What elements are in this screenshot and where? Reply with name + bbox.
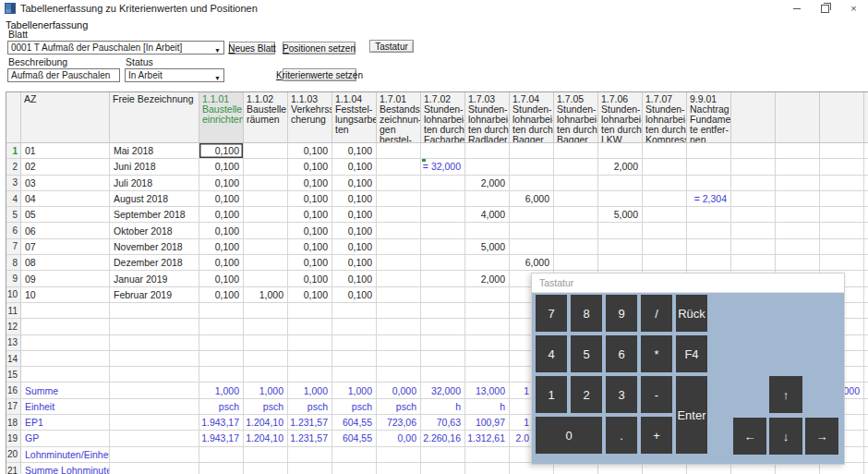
cell[interactable]: 70,63 (421, 415, 465, 431)
cell[interactable]: 604,55 (332, 415, 377, 431)
cell[interactable]: 5,000 (598, 207, 643, 223)
cell[interactable]: 1.943,17 (199, 431, 244, 446)
cell[interactable] (864, 351, 868, 367)
cell[interactable] (510, 223, 554, 238)
cell[interactable] (864, 447, 868, 463)
key-up[interactable]: ↑ (769, 376, 802, 413)
cell-name[interactable] (110, 383, 199, 398)
cell[interactable] (731, 255, 776, 271)
cell[interactable] (377, 319, 421, 334)
cell-az[interactable]: 01 (21, 143, 110, 159)
cell-name[interactable] (110, 319, 199, 334)
cell[interactable] (510, 239, 554, 255)
cell[interactable] (244, 159, 288, 175)
cell[interactable] (864, 271, 868, 286)
cell-name[interactable]: Oktober 2018 (110, 223, 199, 238)
cell[interactable]: 13,000 (465, 383, 510, 398)
tastatur-window-title[interactable]: Tastatur (532, 273, 844, 293)
cell[interactable] (687, 239, 731, 255)
cell[interactable] (687, 223, 731, 238)
cell-az[interactable]: Summe (21, 383, 110, 398)
cell[interactable] (687, 159, 731, 175)
header-criteria[interactable]: 1.7.04 Stunden- lohnarbei- ten durch Bag… (510, 92, 554, 143)
tastatur-button[interactable]: Tastatur (369, 40, 414, 53)
cell[interactable]: 0,100 (332, 255, 377, 271)
cell[interactable] (465, 287, 510, 303)
cell[interactable]: 604,55 (332, 431, 377, 446)
header-criteria[interactable]: 1.7.06 Stunden- lohnarbei- ten durch LKW (598, 92, 643, 143)
key-5[interactable]: 5 (571, 335, 602, 372)
cell[interactable] (421, 176, 465, 191)
cell[interactable] (244, 176, 288, 191)
header-criteria[interactable] (864, 92, 868, 143)
cell[interactable] (598, 239, 643, 255)
cell[interactable] (554, 143, 598, 159)
cell[interactable] (377, 143, 421, 159)
cell[interactable] (465, 159, 510, 175)
close-button[interactable]: × (839, 0, 868, 17)
cell[interactable]: 0,100 (288, 176, 332, 191)
cell[interactable]: psch (244, 399, 288, 415)
cell[interactable] (377, 159, 421, 175)
cell[interactable] (864, 143, 868, 159)
cell[interactable] (643, 143, 687, 159)
cell[interactable]: 0,100 (332, 176, 377, 191)
cell[interactable] (776, 143, 820, 159)
minimize-button[interactable] (782, 0, 811, 17)
cell[interactable] (598, 191, 643, 207)
cell-az[interactable]: 06 (21, 223, 110, 238)
cell[interactable]: 0,100 (288, 255, 332, 271)
cell[interactable] (465, 143, 510, 159)
cell-name[interactable]: November 2018 (110, 239, 199, 255)
row-number[interactable]: 15 (6, 367, 21, 383)
cell[interactable]: 1,000 (199, 383, 244, 398)
header-criteria[interactable] (776, 92, 820, 143)
cell[interactable] (377, 207, 421, 223)
cell-az[interactable] (21, 367, 110, 383)
cell[interactable] (288, 335, 332, 351)
cell[interactable]: 0,100 (288, 191, 332, 207)
cell[interactable]: psch (288, 399, 332, 415)
cell[interactable] (421, 447, 465, 463)
cell[interactable] (687, 255, 731, 271)
row-number[interactable]: 1 (6, 143, 21, 159)
row-number[interactable]: 2 (6, 159, 21, 175)
cell[interactable] (199, 351, 244, 367)
cell[interactable] (554, 176, 598, 191)
cell-name[interactable] (110, 303, 199, 319)
cell[interactable] (377, 303, 421, 319)
kriterienwerte-setzen-button[interactable]: Kriterienwerte setzen (283, 68, 356, 81)
cell-az[interactable]: GP (21, 431, 110, 446)
cell[interactable] (288, 463, 332, 474)
cell[interactable] (864, 176, 868, 191)
cell[interactable] (465, 255, 510, 271)
cell[interactable]: 6,000 (510, 191, 554, 207)
cell[interactable]: 0,100 (199, 143, 244, 159)
cell[interactable]: 723,06 (377, 415, 421, 431)
cell[interactable]: 0,100 (288, 223, 332, 238)
cell[interactable]: 6,000 (510, 255, 554, 271)
row-number[interactable]: 18 (6, 415, 21, 431)
cell[interactable] (421, 207, 465, 223)
cell[interactable] (643, 239, 687, 255)
cell[interactable] (731, 159, 776, 175)
cell[interactable] (421, 287, 465, 303)
cell[interactable] (465, 351, 510, 367)
header-criteria[interactable]: 1.7.07 Stunden- lohnarbei- ten durch Kom… (643, 92, 687, 143)
cell-az[interactable]: Einheit (21, 399, 110, 415)
cell[interactable]: 0,100 (199, 223, 244, 238)
cell[interactable] (199, 463, 244, 474)
neues-blatt-button[interactable]: Neues Blatt (229, 42, 275, 55)
cell-name[interactable]: Dezember 2018 (110, 255, 199, 271)
cell[interactable] (465, 303, 510, 319)
cell[interactable] (377, 335, 421, 351)
cell[interactable]: 4,000 (465, 207, 510, 223)
cell-az[interactable]: 07 (21, 239, 110, 255)
row-number[interactable]: 16 (6, 383, 21, 398)
cell[interactable] (598, 223, 643, 238)
cell[interactable] (864, 287, 868, 303)
cell[interactable] (288, 447, 332, 463)
cell-az[interactable]: 10 (21, 287, 110, 303)
row-number[interactable]: 9 (6, 271, 21, 286)
cell[interactable]: 2.260,16 (421, 431, 465, 446)
